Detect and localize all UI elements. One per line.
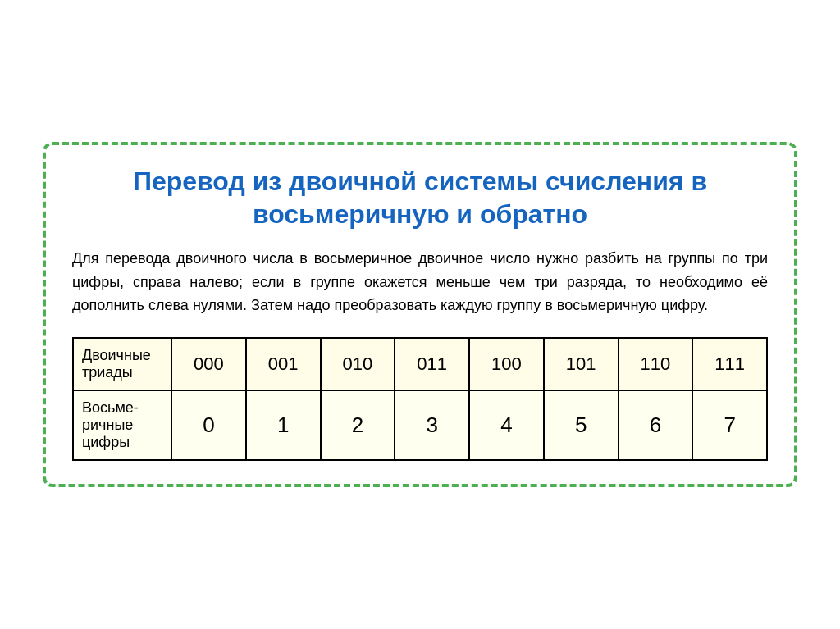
octal-5: 5 <box>544 390 619 460</box>
octal-7: 7 <box>692 390 767 460</box>
conversion-table: Двоичные триады 000 001 010 011 100 101 … <box>72 337 768 461</box>
row1-header: Двоичные триады <box>73 338 171 390</box>
octal-3: 3 <box>395 390 469 460</box>
binary-101: 101 <box>544 338 619 390</box>
binary-110: 110 <box>619 338 693 390</box>
binary-010: 010 <box>321 338 395 390</box>
octal-2: 2 <box>321 390 395 460</box>
binary-100: 100 <box>469 338 544 390</box>
octal-0: 0 <box>171 390 246 460</box>
octal-6: 6 <box>619 390 693 460</box>
binary-001: 001 <box>246 338 321 390</box>
binary-000: 000 <box>171 338 246 390</box>
octal-4: 4 <box>469 390 544 460</box>
binary-011: 011 <box>395 338 469 390</box>
row2-header: Восьме-ричные цифры <box>73 390 171 460</box>
description-text: Для перевода двоичного числа в восьмерич… <box>72 247 768 317</box>
page-title: Перевод из двоичной системы счисления в … <box>72 165 768 230</box>
octal-1: 1 <box>246 390 321 460</box>
binary-111: 111 <box>692 338 767 390</box>
main-card: Перевод из двоичной системы счисления в … <box>43 142 797 487</box>
